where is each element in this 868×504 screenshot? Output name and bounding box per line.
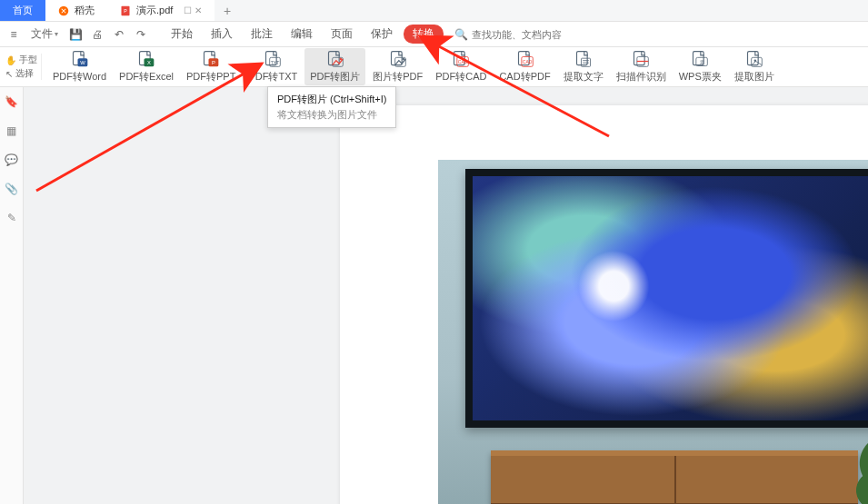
pdf-file-icon: P bbox=[120, 5, 131, 16]
attachment-icon[interactable]: 📎 bbox=[5, 182, 19, 196]
pdf2excel-icon: X bbox=[136, 50, 156, 68]
search-icon: 🔍 bbox=[454, 28, 468, 41]
ribbon-label: 提取文字 bbox=[564, 70, 604, 84]
redo-icon[interactable]: ↷ bbox=[133, 26, 149, 43]
bookmark-icon[interactable]: 🔖 bbox=[5, 94, 19, 109]
canvas-area[interactable] bbox=[24, 87, 868, 504]
tab-document[interactable]: P 演示.pdf ☐ ✕ bbox=[107, 0, 215, 21]
ribbon-convert: ✋ 手型 ↖ 选择 WPDF转WordXPDF转ExcelPPDF转PPTTXT… bbox=[0, 47, 868, 87]
svg-text:P: P bbox=[124, 8, 127, 14]
comment-icon[interactable]: 💬 bbox=[5, 153, 19, 167]
ribbon-label: 提取图片 bbox=[734, 70, 774, 84]
tab-home-label: 首页 bbox=[13, 4, 33, 17]
page-image bbox=[438, 160, 868, 504]
svg-text:TXT: TXT bbox=[271, 60, 279, 65]
document-tabs: 首页 稻壳 P 演示.pdf ☐ ✕ + bbox=[0, 0, 868, 22]
tab-app-store[interactable]: 稻壳 bbox=[45, 0, 107, 21]
hand-tool[interactable]: ✋ 手型 bbox=[5, 54, 37, 66]
tab-app-label: 稻壳 bbox=[75, 4, 95, 17]
tv-frame bbox=[465, 169, 868, 428]
pdf-page bbox=[340, 105, 868, 504]
sidebar: 🔖 ▦ 💬 📎 ✎ bbox=[0, 87, 24, 504]
tooltip-title: PDF转图片 (Ctrl+Shift+I) bbox=[277, 93, 386, 106]
undo-icon[interactable]: ↶ bbox=[111, 26, 127, 43]
ribbon-pdf2word[interactable]: WPDF转Word bbox=[47, 48, 112, 85]
select-tool[interactable]: ↖ 选择 bbox=[5, 67, 37, 80]
ribbon-img2pdf[interactable]: 图片转PDF bbox=[367, 48, 428, 85]
quick-access: ≡ 文件 ▾ 💾 🖨 ↶ ↷ bbox=[5, 26, 149, 43]
select-tool-label: 选择 bbox=[15, 67, 34, 80]
extractimg-icon bbox=[744, 50, 764, 68]
menu-item-批注[interactable]: 批注 bbox=[244, 24, 280, 44]
svg-point-17 bbox=[339, 58, 342, 61]
extracttext-icon bbox=[574, 50, 594, 68]
tab-home[interactable]: 首页 bbox=[0, 0, 45, 21]
ribbon-cad2pdf[interactable]: CADCAD转PDF bbox=[494, 48, 555, 85]
menu-bar: ≡ 文件 ▾ 💾 🖨 ↶ ↷ 开始插入批注编辑页面保护转换 🔍 bbox=[0, 22, 868, 47]
cursor-icon: ↖ bbox=[5, 69, 13, 79]
workspace: 🔖 ▦ 💬 📎 ✎ bbox=[0, 87, 868, 504]
tooltip-subtitle: 将文档转换为图片文件 bbox=[277, 108, 386, 122]
ribbon-label: 扫描件识别 bbox=[616, 70, 666, 84]
search-box[interactable]: 🔍 bbox=[454, 28, 581, 41]
tv-screen bbox=[473, 176, 868, 420]
ribbon-label: PDF转图片 bbox=[310, 70, 360, 84]
menu-items: 开始插入批注编辑页面保护转换 bbox=[164, 24, 444, 44]
ribbon-label: WPS票夹 bbox=[679, 70, 722, 84]
img2pdf-icon bbox=[388, 50, 408, 68]
svg-text:P: P bbox=[212, 60, 215, 65]
ribbon-label: 图片转PDF bbox=[373, 70, 423, 84]
hand-tool-label: 手型 bbox=[19, 54, 37, 66]
tab-document-label: 演示.pdf bbox=[136, 4, 173, 17]
chevron-down-icon: ▾ bbox=[55, 30, 58, 38]
ribbon-pdf2excel[interactable]: XPDF转Excel bbox=[114, 48, 179, 85]
thumbnail-icon[interactable]: ▦ bbox=[5, 124, 19, 138]
cabinet bbox=[491, 450, 858, 504]
plant bbox=[856, 441, 868, 504]
svg-rect-31 bbox=[634, 52, 645, 65]
ribbon-extractimg[interactable]: 提取图片 bbox=[729, 48, 780, 85]
file-menu-label: 文件 bbox=[31, 26, 53, 42]
ribbon-pdf2txt[interactable]: TXTPDF转TXT bbox=[243, 48, 303, 85]
save-icon[interactable]: 💾 bbox=[67, 26, 84, 43]
svg-text:CAD: CAD bbox=[458, 59, 468, 64]
file-menu[interactable]: 文件 ▾ bbox=[27, 26, 62, 42]
app-icon bbox=[58, 5, 69, 16]
ribbon-pdf2ppt[interactable]: PPDF转PPT bbox=[181, 48, 241, 85]
menu-item-转换[interactable]: 转换 bbox=[404, 25, 444, 44]
menu-item-保护[interactable]: 保护 bbox=[364, 24, 400, 44]
menu-item-编辑[interactable]: 编辑 bbox=[284, 24, 320, 44]
tooltip-pdf-to-image: PDF转图片 (Ctrl+Shift+I) 将文档转换为图片文件 bbox=[267, 86, 396, 128]
ribbon-left-tools: ✋ 手型 ↖ 选择 bbox=[5, 54, 42, 80]
ribbon-label: PDF转CAD bbox=[435, 70, 486, 84]
svg-rect-37 bbox=[747, 52, 758, 65]
pdf2word-icon: W bbox=[70, 50, 90, 68]
menu-item-插入[interactable]: 插入 bbox=[204, 24, 240, 44]
new-tab-button[interactable]: + bbox=[215, 0, 240, 21]
print-icon[interactable]: 🖨 bbox=[89, 26, 105, 43]
svg-point-20 bbox=[402, 58, 404, 61]
pdf2txt-icon: TXT bbox=[263, 50, 283, 68]
ribbon-label: PDF转TXT bbox=[248, 70, 297, 84]
ribbon-wpsticket[interactable]: 票WPS票夹 bbox=[673, 48, 727, 85]
menu-item-开始[interactable]: 开始 bbox=[164, 24, 200, 44]
close-icon[interactable]: ☐ ✕ bbox=[184, 5, 202, 15]
ribbon-items: WPDF转WordXPDF转ExcelPPDF转PPTTXTPDF转TXTPDF… bbox=[47, 48, 780, 85]
ribbon-extracttext[interactable]: 提取文字 bbox=[558, 48, 609, 85]
ribbon-pdf2img[interactable]: PDF转图片 bbox=[304, 48, 365, 85]
wpsticket-icon: 票 bbox=[690, 50, 710, 68]
ribbon-label: PDF转Word bbox=[53, 70, 106, 84]
svg-text:票: 票 bbox=[700, 59, 704, 64]
menu-icon[interactable]: ≡ bbox=[5, 26, 22, 43]
ribbon-scanocr[interactable]: 扫描件识别 bbox=[611, 48, 672, 85]
pdf2cad-icon: CAD bbox=[451, 50, 471, 68]
hand-icon: ✋ bbox=[5, 55, 16, 65]
signature-icon[interactable]: ✎ bbox=[5, 211, 19, 225]
scanocr-icon bbox=[631, 50, 651, 68]
ribbon-label: PDF转PPT bbox=[186, 70, 235, 84]
ribbon-pdf2cad[interactable]: CADPDF转CAD bbox=[430, 48, 492, 85]
search-input[interactable] bbox=[472, 29, 581, 40]
svg-text:X: X bbox=[147, 60, 151, 65]
pdf2img-icon bbox=[325, 50, 345, 68]
menu-item-页面[interactable]: 页面 bbox=[324, 24, 360, 44]
